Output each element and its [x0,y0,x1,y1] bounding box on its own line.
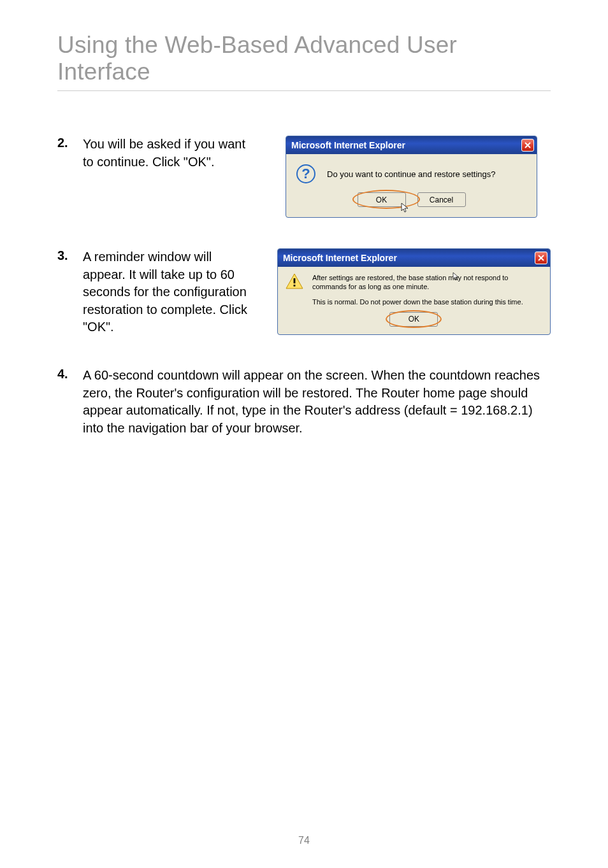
dialog-message: Do you want to continue and restore sett… [327,169,496,179]
step-2-text: You will be asked if you want to continu… [83,136,255,171]
step-3-text: A reminder window will appear. It will t… [83,248,253,336]
question-icon: ? [296,164,315,183]
title-rule [57,90,551,91]
svg-rect-1 [294,285,296,287]
step-2-number: 2. [57,136,83,150]
dialog-message-line1: After settings are restored, the base st… [312,273,542,292]
step-4-text: A 60-second countdown will appear on the… [83,367,551,437]
cancel-button[interactable]: Cancel [417,192,466,207]
step-4-number: 4. [57,367,83,381]
warning-icon [286,273,303,290]
dialog-title: Microsoft Internet Explorer [291,140,405,150]
close-icon[interactable] [521,139,534,152]
dialog-titlebar: Microsoft Internet Explorer [286,136,537,154]
dialog-titlebar: Microsoft Internet Explorer [278,249,550,267]
cursor-icon [401,203,410,214]
ok-button[interactable]: OK [389,312,438,327]
close-icon[interactable] [535,252,547,264]
page-number: 74 [0,835,608,846]
page-title: Using the Web-Based Advanced User Interf… [57,32,551,85]
step-3-number: 3. [57,248,83,263]
confirm-dialog: Microsoft Internet Explorer ? Do you wan… [286,136,537,218]
svg-rect-0 [294,278,296,283]
cursor-icon [452,272,460,281]
ok-button[interactable]: OK [358,192,406,207]
dialog-message-line2: This is normal. Do not power down the ba… [312,298,542,306]
reminder-dialog: Microsoft Internet Explorer [277,248,551,335]
dialog-title: Microsoft Internet Explorer [283,253,397,263]
